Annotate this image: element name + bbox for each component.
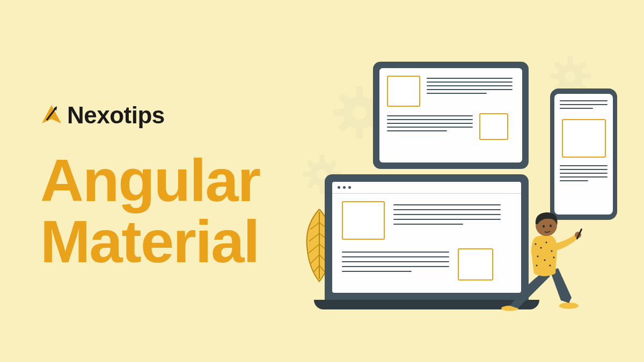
svg-rect-24 <box>550 73 558 79</box>
image-thumbnail-icon <box>458 248 493 280</box>
brand-logo-icon <box>40 103 63 128</box>
brand-name: Nexotips <box>67 102 165 129</box>
text-lines-placeholder <box>342 248 449 280</box>
laptop-screen <box>332 182 521 293</box>
tablet-screen <box>379 68 522 162</box>
hero-text-section: Nexotips Angular Material <box>40 102 260 272</box>
text-lines-placeholder <box>427 76 513 107</box>
svg-point-43 <box>544 260 546 261</box>
svg-point-10 <box>353 106 367 120</box>
svg-point-39 <box>540 247 542 249</box>
svg-point-30 <box>565 71 575 82</box>
devices-illustration <box>301 54 623 322</box>
title-line-1: Angular <box>40 147 260 214</box>
tablet-device <box>373 62 529 169</box>
image-thumbnail-icon <box>479 113 508 140</box>
svg-rect-25 <box>582 73 590 79</box>
brand-block: Nexotips <box>40 102 260 129</box>
svg-rect-4 <box>333 109 344 116</box>
svg-rect-2 <box>356 86 363 97</box>
svg-rect-14 <box>303 172 310 177</box>
image-thumbnail-icon <box>387 76 420 107</box>
svg-point-50 <box>543 225 545 228</box>
svg-point-51 <box>550 225 552 227</box>
phone-screen <box>554 94 613 215</box>
page-title: Angular Material <box>40 150 260 272</box>
text-lines-placeholder <box>560 100 608 112</box>
svg-point-46 <box>553 257 555 258</box>
window-control-dot <box>343 186 346 189</box>
window-control-dot <box>338 186 340 189</box>
svg-point-38 <box>535 243 537 245</box>
svg-point-36 <box>559 302 579 309</box>
image-thumbnail-icon <box>342 201 385 240</box>
image-thumbnail-icon <box>562 119 606 158</box>
person-illustration <box>494 204 596 311</box>
svg-point-44 <box>550 265 551 267</box>
svg-rect-22 <box>567 56 573 64</box>
window-control-dot <box>348 186 351 189</box>
text-lines-placeholder <box>393 201 501 240</box>
text-lines-placeholder <box>387 113 473 140</box>
svg-point-42 <box>537 256 539 257</box>
text-lines-placeholder <box>560 165 608 184</box>
svg-point-40 <box>546 242 547 243</box>
svg-point-45 <box>536 265 538 267</box>
svg-rect-3 <box>356 129 363 139</box>
svg-point-41 <box>551 250 553 252</box>
title-line-2: Material <box>40 208 259 275</box>
phone-device <box>550 88 617 220</box>
svg-rect-12 <box>319 155 325 162</box>
browser-chrome-bar <box>332 182 521 194</box>
